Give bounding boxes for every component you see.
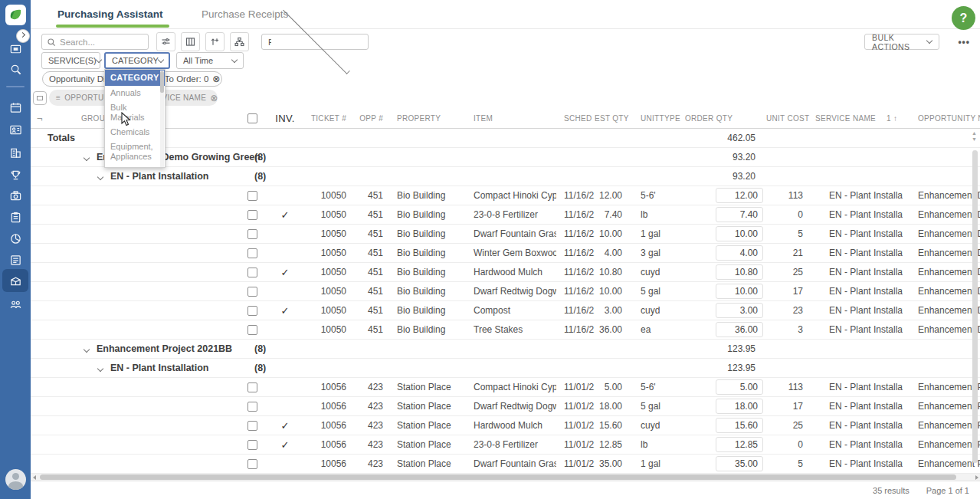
order-qty-input[interactable] bbox=[716, 303, 763, 318]
service-name: EN - Plant Installation bbox=[809, 286, 903, 297]
subgroup-row[interactable]: EN - Plant Installation (8) 123.95 bbox=[31, 359, 980, 378]
service-filter-select[interactable]: SERVICE(S) bbox=[41, 52, 100, 69]
order-qty-input[interactable] bbox=[716, 264, 763, 280]
order-qty-input[interactable] bbox=[716, 207, 763, 222]
chevron-down-icon[interactable] bbox=[97, 174, 103, 180]
contacts-icon[interactable] bbox=[0, 120, 31, 139]
camera-icon[interactable] bbox=[0, 186, 31, 205]
filter-settings-button[interactable] bbox=[156, 32, 175, 51]
group-order-qty-total: 123.95 bbox=[683, 343, 755, 354]
chevron-down-icon[interactable] bbox=[97, 366, 103, 372]
row-checkbox[interactable] bbox=[241, 248, 264, 258]
row-checkbox[interactable] bbox=[241, 210, 264, 220]
vertical-scrollbar-arrows[interactable]: ▲▼ bbox=[972, 130, 977, 143]
column-ticket[interactable]: TICKET # bbox=[306, 114, 352, 123]
company-icon[interactable] bbox=[0, 143, 31, 162]
dropdown-scrollbar[interactable] bbox=[160, 71, 164, 93]
close-icon[interactable]: ⊗ bbox=[210, 93, 218, 103]
sidebar-expand-button[interactable] bbox=[16, 29, 30, 43]
order-qty-input[interactable] bbox=[716, 399, 763, 414]
view-select[interactable]: Purchase Needs for Enhan bbox=[261, 34, 369, 50]
subgroup-row[interactable]: EN - Plant Installation (8) 93.20 bbox=[31, 167, 980, 186]
row-checkbox[interactable] bbox=[241, 440, 264, 450]
time-filter-select[interactable]: All Time bbox=[176, 52, 244, 69]
calendar-icon[interactable] bbox=[0, 98, 31, 117]
purchasing-box-icon[interactable] bbox=[0, 271, 31, 290]
tab-purchase-receipts[interactable]: Purchase Receipts bbox=[202, 0, 288, 29]
category-filter-select[interactable]: CATEGORY bbox=[104, 52, 170, 69]
help-button[interactable]: ? bbox=[952, 6, 975, 30]
column-est-qty[interactable]: EST QTY bbox=[595, 114, 636, 123]
group-row[interactable]: Enhancement Demo Growing Green (8) 93.20 bbox=[31, 148, 980, 167]
team-icon[interactable] bbox=[0, 295, 31, 314]
dropdown-item-exterior[interactable]: Exterior bbox=[105, 164, 165, 168]
row-checkbox[interactable] bbox=[241, 191, 264, 201]
search-icon[interactable] bbox=[0, 60, 31, 78]
vertical-scrollbar[interactable] bbox=[972, 150, 978, 463]
dropdown-item-annuals[interactable]: Annuals bbox=[105, 86, 165, 100]
chevron-down-icon[interactable] bbox=[84, 346, 90, 353]
collapse-all-icon[interactable]: ¬ bbox=[31, 113, 49, 124]
column-service-name[interactable]: SERVICE NAME1 ↑ bbox=[809, 114, 903, 123]
trophy-icon[interactable] bbox=[0, 166, 31, 184]
order-qty-input[interactable] bbox=[716, 284, 763, 299]
horizontal-scrollbar-track[interactable] bbox=[31, 474, 980, 481]
sort-button[interactable] bbox=[205, 32, 225, 51]
search-box[interactable] bbox=[41, 34, 149, 50]
bulk-actions-button[interactable]: BULK ACTIONS bbox=[864, 34, 939, 50]
row-checkbox[interactable] bbox=[241, 325, 264, 335]
tab-purchasing-assistant[interactable]: Purchasing Assistant bbox=[57, 0, 163, 29]
scroll-left-arrow[interactable] bbox=[33, 475, 36, 480]
row-checkbox[interactable] bbox=[241, 306, 264, 316]
row-checkbox[interactable] bbox=[241, 382, 264, 392]
dropdown-scrollbar-track[interactable] bbox=[160, 71, 164, 167]
dropdown-item-chemicals[interactable]: Chemicals bbox=[105, 125, 165, 140]
order-qty-input[interactable] bbox=[716, 188, 763, 203]
order-qty-input[interactable] bbox=[716, 322, 763, 337]
column-item[interactable]: ITEM bbox=[466, 114, 556, 123]
dropdown-item-equipment-appliances[interactable]: Equipment, Appliances bbox=[105, 140, 160, 164]
row-checkbox[interactable] bbox=[241, 229, 264, 239]
clipboard-icon[interactable] bbox=[0, 208, 31, 226]
column-sched[interactable]: SCHED bbox=[556, 114, 595, 123]
column-inv[interactable]: INV. bbox=[264, 113, 306, 124]
order-qty-input[interactable] bbox=[716, 456, 763, 471]
column-order-qty[interactable]: ORDER QTY bbox=[683, 114, 766, 123]
columns-button[interactable] bbox=[181, 32, 200, 51]
opportunity-name: Enhancement Project 2021BB bbox=[903, 382, 980, 392]
invoiced-checkmark: ✓ bbox=[264, 439, 306, 451]
select-all-checkbox[interactable] bbox=[241, 113, 264, 123]
more-actions-button[interactable]: ••• bbox=[958, 34, 970, 50]
screens-icon[interactable] bbox=[0, 40, 31, 58]
order-qty-input[interactable] bbox=[716, 437, 763, 452]
order-qty-input[interactable] bbox=[716, 379, 763, 395]
row-checkbox[interactable] bbox=[241, 287, 264, 297]
group-row[interactable]: Enhancement Project 2021BB (8) 123.95 bbox=[31, 340, 980, 359]
est-qty: 3.00 bbox=[595, 305, 636, 316]
row-checkbox[interactable] bbox=[241, 421, 264, 431]
hierarchy-button[interactable] bbox=[230, 32, 249, 51]
forms-icon[interactable] bbox=[0, 251, 31, 269]
column-property[interactable]: PROPERTY bbox=[389, 114, 466, 123]
scroll-right-arrow[interactable] bbox=[975, 475, 978, 480]
column-opp[interactable]: OPP # bbox=[352, 114, 389, 123]
column-unit-cost[interactable]: UNIT COST bbox=[766, 114, 809, 123]
app-logo[interactable] bbox=[5, 5, 26, 25]
row-checkbox[interactable] bbox=[241, 268, 264, 277]
column-opportunity-name[interactable]: OPPORTUNITY NAME bbox=[903, 114, 980, 123]
pie-chart-icon[interactable] bbox=[0, 229, 31, 248]
group-settings-icon[interactable] bbox=[33, 91, 47, 105]
order-qty-input[interactable] bbox=[716, 418, 763, 433]
user-avatar[interactable] bbox=[5, 469, 26, 490]
drag-handle-icon[interactable]: ≡ bbox=[56, 94, 61, 102]
dropdown-item-category[interactable]: CATEGORY bbox=[105, 70, 165, 86]
close-icon[interactable]: ⊗ bbox=[212, 74, 220, 84]
row-checkbox[interactable] bbox=[241, 402, 264, 412]
horizontal-scrollbar[interactable] bbox=[40, 474, 956, 480]
row-checkbox[interactable] bbox=[241, 459, 264, 469]
order-qty-input[interactable] bbox=[716, 226, 763, 241]
column-unittype[interactable]: UNITTYPE bbox=[636, 114, 683, 123]
chevron-down-icon[interactable] bbox=[84, 155, 90, 161]
search-input[interactable] bbox=[60, 38, 136, 47]
order-qty-input[interactable] bbox=[716, 245, 763, 261]
